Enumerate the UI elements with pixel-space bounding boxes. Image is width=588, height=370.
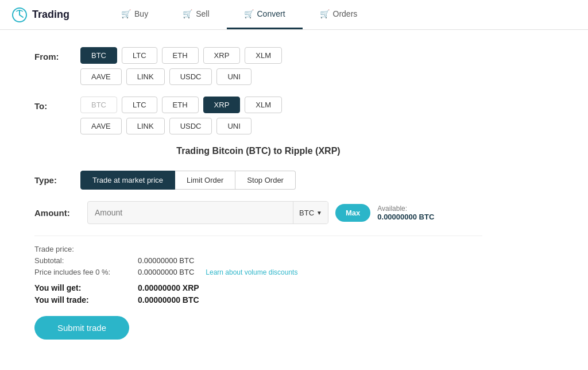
type-buttons: Trade at market price Limit Order Stop O…	[80, 171, 296, 190]
logo-icon	[11, 7, 28, 23]
type-label: Type:	[34, 175, 80, 185]
volume-discounts-link[interactable]: Learn about volume discounts	[206, 268, 297, 276]
amount-row: Amount: BTC ▼ Max Available: 0.00000000 …	[34, 201, 482, 224]
type-row: Type: Trade at market price Limit Order …	[34, 171, 482, 190]
available-wrap: Available: 0.00000000 BTC	[377, 205, 434, 221]
to-btn-xlm[interactable]: XLM	[245, 97, 282, 113]
trading-title: Trading Bitcoin (BTC) to Ripple (XRP)	[34, 146, 482, 156]
to-btn-btc[interactable]: BTC	[80, 97, 117, 113]
to-btn-uni[interactable]: UNI	[216, 118, 251, 134]
amount-currency-label: BTC	[299, 209, 314, 217]
tab-buy[interactable]: 🛒 Buy	[104, 0, 165, 29]
trade-price-row: Trade price:	[34, 245, 482, 253]
to-btn-eth[interactable]: ETH	[162, 97, 199, 113]
available-label: Available:	[377, 205, 434, 213]
from-btn-uni[interactable]: UNI	[216, 68, 251, 85]
to-label: To:	[34, 97, 80, 111]
amount-input[interactable]	[88, 202, 293, 223]
submit-section: Submit trade	[34, 316, 482, 340]
to-row2: AAVE LINK USDC UNI	[80, 118, 282, 134]
from-btn-usdc[interactable]: USDC	[169, 68, 212, 85]
sell-icon: 🛒	[183, 9, 192, 18]
available-value: 0.00000000 BTC	[377, 213, 434, 221]
to-btn-xrp[interactable]: XRP	[203, 97, 241, 113]
you-get-value: 0.00000000 XRP	[138, 283, 199, 292]
nav-tabs: 🛒 Buy 🛒 Sell 🛒 Convert 🛒 Orders	[104, 0, 374, 29]
you-trade-value: 0.00000000 BTC	[138, 295, 199, 305]
from-section: From: BTC LTC ETH XRP XLM AAVE LINK USDC…	[34, 47, 482, 85]
from-row2: AAVE LINK USDC UNI	[80, 68, 282, 85]
from-btn-aave[interactable]: AAVE	[80, 68, 122, 85]
to-section: To: BTC LTC ETH XRP XLM AAVE LINK USDC U…	[34, 97, 482, 134]
from-btn-eth[interactable]: ETH	[162, 47, 199, 64]
subtotal-label: Subtotal:	[34, 256, 138, 265]
you-get-row: You will get: 0.00000000 XRP	[34, 283, 482, 292]
orders-icon: 🛒	[320, 9, 330, 18]
amount-label: Amount:	[34, 208, 80, 218]
to-btn-usdc[interactable]: USDC	[169, 118, 212, 134]
from-currency-buttons: BTC LTC ETH XRP XLM AAVE LINK USDC UNI	[80, 47, 282, 85]
fee-value: 0.00000000 BTC	[138, 268, 194, 276]
convert-icon: 🛒	[244, 9, 254, 18]
from-btn-xrp[interactable]: XRP	[203, 47, 241, 64]
amount-currency-select[interactable]: BTC ▼	[293, 202, 328, 223]
submit-button[interactable]: Submit trade	[34, 316, 129, 340]
tab-convert[interactable]: 🛒 Convert	[227, 0, 303, 29]
fee-row: Price includes fee 0 %: 0.00000000 BTC L…	[34, 268, 482, 276]
you-get-label: You will get:	[34, 283, 138, 292]
to-btn-aave[interactable]: AAVE	[80, 118, 122, 134]
fee-label: Price includes fee 0 %:	[34, 268, 138, 276]
type-btn-stop[interactable]: Stop Order	[235, 171, 296, 190]
to-btn-link[interactable]: LINK	[126, 118, 165, 134]
from-btn-link[interactable]: LINK	[126, 68, 165, 85]
tab-orders[interactable]: 🛒 Orders	[303, 0, 375, 29]
type-btn-limit[interactable]: Limit Order	[175, 171, 235, 190]
app-title: Trading	[32, 9, 69, 21]
from-btn-ltc[interactable]: LTC	[122, 47, 157, 64]
to-currency-buttons: BTC LTC ETH XRP XLM AAVE LINK USDC UNI	[80, 97, 282, 134]
trade-details: Trade price: Subtotal: 0.00000000 BTC Pr…	[34, 245, 482, 305]
tab-sell[interactable]: 🛒 Sell	[165, 0, 226, 29]
subtotal-row: Subtotal: 0.00000000 BTC	[34, 256, 482, 265]
you-trade-row: You will trade: 0.00000000 BTC	[34, 295, 482, 305]
divider	[34, 236, 482, 236]
from-btn-xlm[interactable]: XLM	[245, 47, 282, 64]
max-button[interactable]: Max	[335, 204, 370, 222]
from-row1: BTC LTC ETH XRP XLM	[80, 47, 282, 64]
amount-input-wrap: BTC ▼	[87, 201, 328, 224]
header: Trading 🛒 Buy 🛒 Sell 🛒 Convert 🛒 Orders	[0, 0, 588, 30]
trade-price-label: Trade price:	[34, 245, 138, 253]
you-trade-label: You will trade:	[34, 295, 138, 305]
from-label: From:	[34, 47, 80, 61]
logo: Trading	[11, 7, 69, 23]
chevron-down-icon: ▼	[316, 210, 322, 216]
to-btn-ltc[interactable]: LTC	[122, 97, 157, 113]
subtotal-value: 0.00000000 BTC	[138, 256, 194, 265]
type-btn-market[interactable]: Trade at market price	[80, 171, 175, 190]
from-btn-btc[interactable]: BTC	[80, 47, 117, 64]
buy-icon: 🛒	[121, 9, 131, 18]
main-content: From: BTC LTC ETH XRP XLM AAVE LINK USDC…	[0, 30, 517, 357]
to-row1: BTC LTC ETH XRP XLM	[80, 97, 282, 113]
